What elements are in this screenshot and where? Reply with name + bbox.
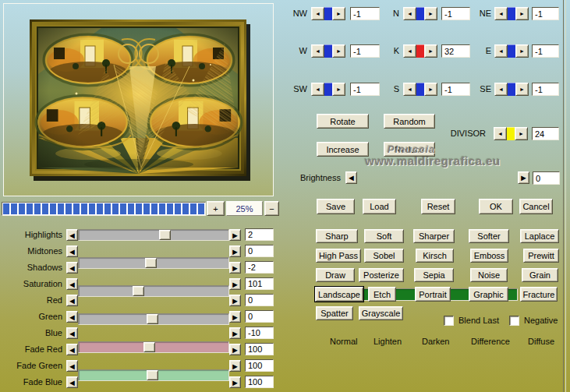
kernel-value-ne[interactable]: -1 [532, 7, 559, 20]
slider-value-highlights[interactable]: 2 [245, 228, 274, 241]
spinner-left-arrow[interactable]: ◄ [494, 127, 507, 140]
slider-value-fade-red[interactable]: 100 [245, 343, 274, 355]
spinner-right-arrow[interactable]: ► [515, 7, 529, 20]
divisor-value[interactable]: 24 [532, 127, 559, 140]
filter-portrait-button[interactable]: Portrait [415, 287, 451, 302]
filter-spatter-button[interactable]: Spatter [316, 306, 353, 320]
slider-right-arrow[interactable]: ► [229, 360, 241, 372]
spinner-left-arrow[interactable]: ◄ [494, 7, 508, 20]
spinner-right-arrow[interactable]: ► [515, 44, 529, 58]
filter-sepia-button[interactable]: Sepia [414, 268, 454, 282]
slider-left-arrow[interactable]: ◄ [66, 360, 78, 372]
brightness-left-arrow[interactable]: ◄ [345, 171, 357, 184]
slider-thumb[interactable] [145, 258, 157, 268]
negative-checkbox[interactable] [509, 316, 519, 326]
spinner-left-arrow[interactable]: ◄ [311, 7, 324, 20]
kernel-value-se[interactable]: -1 [532, 83, 559, 96]
spinner-left-arrow[interactable]: ◄ [403, 44, 416, 58]
spinner-left-arrow[interactable]: ◄ [494, 83, 508, 96]
slider-thumb[interactable] [147, 314, 158, 324]
reset-button[interactable]: Reset [421, 199, 455, 214]
slider-value-fade-blue[interactable]: 100 [245, 376, 274, 388]
filter-kirsch-button[interactable]: Kirsch [416, 249, 454, 263]
zoom-out-button[interactable]: − [264, 201, 279, 216]
load-button[interactable]: Load [363, 199, 396, 214]
filter-laplace-button[interactable]: Laplace [520, 229, 559, 243]
slider-right-arrow[interactable]: ► [229, 245, 241, 257]
slider-track-midtones[interactable] [78, 257, 229, 269]
random-button[interactable]: Random [384, 114, 435, 129]
spinner-right-arrow[interactable]: ► [332, 7, 345, 20]
filter-etch-button[interactable]: Etch [368, 287, 396, 302]
slider-right-arrow[interactable]: ► [229, 229, 241, 241]
save-button[interactable]: Save [317, 199, 355, 214]
filter-grain-button[interactable]: Grain [522, 268, 558, 282]
slider-value-red[interactable]: 0 [245, 294, 274, 306]
filter-sharper-button[interactable]: Sharper [413, 229, 455, 243]
filter-graphic-button[interactable]: Graphic [469, 287, 508, 302]
slider-right-arrow[interactable]: ► [229, 344, 241, 355]
spinner-right-arrow[interactable]: ► [424, 83, 437, 96]
filter-emboss-button[interactable]: Emboss [470, 249, 508, 263]
slider-value-green[interactable]: 0 [245, 310, 274, 323]
filter-softer-button[interactable]: Softer [469, 229, 509, 243]
spinner-left-arrow[interactable]: ◄ [311, 83, 324, 96]
filter-draw-button[interactable]: Draw [316, 268, 355, 282]
spinner-right-arrow[interactable]: ► [424, 7, 437, 20]
filter-sobel-button[interactable]: Sobel [364, 249, 404, 263]
filter-prewitt-button[interactable]: Prewitt [523, 249, 559, 263]
slider-track-green[interactable] [78, 369, 229, 381]
slider-value-shadows[interactable]: -2 [245, 261, 274, 274]
spinner-left-arrow[interactable]: ◄ [494, 44, 508, 58]
slider-right-arrow[interactable]: ► [229, 376, 241, 388]
increase-button[interactable]: Increase [317, 142, 369, 157]
slider-thumb[interactable] [147, 370, 158, 380]
reduce-button[interactable]: Reduce [384, 142, 435, 157]
kernel-value-e[interactable]: -1 [532, 44, 559, 58]
rotate-button[interactable]: Rotate [317, 114, 369, 129]
slider-value-midtones[interactable]: 0 [245, 245, 274, 257]
filter-high-pass-button[interactable]: High Pass [316, 249, 361, 263]
spinner-right-arrow[interactable]: ► [332, 83, 345, 96]
slider-track-saturation[interactable] [78, 313, 229, 325]
filter-sharp-button[interactable]: Sharp [316, 229, 358, 243]
slider-value-blue[interactable]: -10 [245, 327, 274, 339]
slider-left-arrow[interactable]: ◄ [66, 344, 78, 355]
slider-left-arrow[interactable]: ◄ [66, 229, 78, 241]
filter-soft-button[interactable]: Soft [364, 229, 404, 243]
slider-track-highlights[interactable] [78, 229, 229, 241]
slider-left-arrow[interactable]: ◄ [66, 278, 78, 290]
slider-right-arrow[interactable]: ► [229, 262, 241, 274]
blend-last-checkbox[interactable] [444, 316, 454, 326]
slider-track-shadows[interactable] [78, 285, 229, 297]
slider-thumb[interactable] [133, 286, 144, 296]
filter-fracture-button[interactable]: Fracture [520, 287, 558, 302]
slider-left-arrow[interactable]: ◄ [66, 245, 78, 257]
spinner-right-arrow[interactable]: ► [515, 127, 528, 140]
slider-right-arrow[interactable]: ► [229, 311, 241, 323]
slider-track-red[interactable] [78, 341, 229, 353]
brightness-value[interactable]: 0 [533, 171, 560, 185]
spinner-left-arrow[interactable]: ◄ [311, 44, 324, 58]
slider-value-fade-green[interactable]: 100 [245, 359, 274, 372]
brightness-right-arrow[interactable]: ► [518, 171, 529, 184]
slider-thumb[interactable] [143, 342, 155, 352]
cancel-button[interactable]: Cancel [519, 199, 553, 214]
filter-grayscale-button[interactable]: Grayscale [359, 306, 403, 320]
slider-right-arrow[interactable]: ► [229, 327, 241, 339]
ok-button[interactable]: OK [479, 199, 513, 214]
slider-left-arrow[interactable]: ◄ [66, 262, 78, 274]
slider-right-arrow[interactable]: ► [229, 278, 241, 290]
slider-left-arrow[interactable]: ◄ [66, 327, 78, 339]
spinner-left-arrow[interactable]: ◄ [403, 7, 416, 20]
zoom-in-button[interactable]: + [207, 201, 225, 216]
spinner-left-arrow[interactable]: ◄ [403, 83, 416, 96]
slider-right-arrow[interactable]: ► [229, 295, 241, 306]
slider-left-arrow[interactable]: ◄ [66, 376, 78, 388]
filter-posterize-button[interactable]: Posterize [359, 268, 404, 282]
slider-left-arrow[interactable]: ◄ [66, 311, 78, 323]
filter-noise-button[interactable]: Noise [470, 268, 508, 282]
slider-value-saturation[interactable]: 101 [245, 277, 274, 290]
filter-landscape-button[interactable]: Landscape [315, 287, 363, 302]
spinner-right-arrow[interactable]: ► [332, 44, 345, 58]
